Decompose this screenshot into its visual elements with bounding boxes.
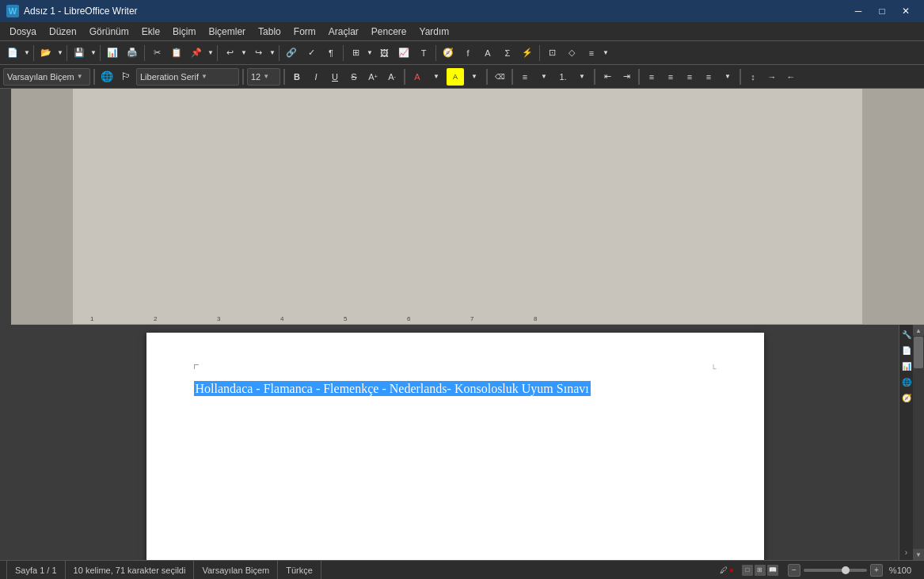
- font-size-dropdown[interactable]: 12 ▼: [247, 68, 280, 86]
- flag-icon[interactable]: 🏳: [117, 68, 135, 86]
- menu-araclar[interactable]: Araçlar: [322, 23, 365, 40]
- document-canvas[interactable]: └ Hollandaca - Flamanca - Flemenkçe - Ne…: [11, 325, 899, 560]
- zoom-out-button[interactable]: −: [788, 564, 800, 577]
- scroll-down-button[interactable]: ▼: [913, 549, 924, 560]
- open-dropdown[interactable]: ▼: [56, 44, 64, 63]
- save-button[interactable]: 💾: [70, 44, 89, 63]
- pilcrow-button[interactable]: ¶: [321, 44, 340, 63]
- close-button[interactable]: ✕: [894, 0, 918, 22]
- font-color-dropdown[interactable]: ▼: [428, 68, 445, 86]
- chart-button[interactable]: 📈: [394, 44, 413, 63]
- fontwork-button[interactable]: A: [478, 44, 497, 63]
- sidebar-doc-icon[interactable]: 📄: [900, 344, 913, 356]
- menu-gorunum[interactable]: Görünüm: [83, 23, 135, 40]
- numbering-dropdown[interactable]: ▼: [573, 68, 591, 86]
- menu-pencere[interactable]: Pencere: [365, 23, 413, 40]
- new-dropdown[interactable]: ▼: [23, 44, 31, 63]
- undo-dropdown[interactable]: ▼: [240, 44, 248, 63]
- save-dropdown[interactable]: ▼: [89, 44, 97, 63]
- sidebar-expand-icon[interactable]: ›: [905, 548, 907, 557]
- superscript-button[interactable]: A+: [364, 68, 382, 86]
- align-dropdown[interactable]: ▼: [719, 68, 736, 86]
- view-book[interactable]: 📖: [767, 565, 778, 576]
- maximize-button[interactable]: □: [870, 0, 894, 22]
- numbering-button[interactable]: 1.: [554, 68, 572, 86]
- fields-button[interactable]: f: [458, 44, 477, 63]
- line-spacing-button[interactable]: ↕: [744, 68, 762, 86]
- textbox-button[interactable]: T: [414, 44, 433, 63]
- bullets-button[interactable]: ≡: [516, 68, 534, 86]
- open-button[interactable]: 📂: [36, 44, 55, 63]
- clear-format-button[interactable]: ⌫: [491, 68, 508, 86]
- outdent-button[interactable]: ⇤: [599, 68, 616, 86]
- view-multipage[interactable]: ⊞: [755, 565, 766, 576]
- strikethrough-button[interactable]: S: [345, 68, 363, 86]
- menu-duzen[interactable]: Düzen: [43, 23, 83, 40]
- menu-form[interactable]: Form: [287, 23, 322, 40]
- highlight-dropdown[interactable]: ▼: [466, 68, 483, 86]
- document-paragraph[interactable]: Hollandaca - Flamanca - Flemenkçe - Nede…: [194, 380, 717, 398]
- sidebar-globe-icon[interactable]: 🌐: [900, 375, 913, 388]
- menu-yardim[interactable]: Yardım: [413, 23, 456, 40]
- font-name-dropdown[interactable]: Liberation Serif ▼: [136, 68, 239, 86]
- menu-bicim[interactable]: Biçim: [166, 23, 202, 40]
- sidebar-compass-icon[interactable]: 🧭: [900, 391, 913, 404]
- align-left-button[interactable]: ≡: [643, 68, 660, 86]
- controls-button[interactable]: ⊡: [542, 44, 561, 63]
- globe-icon[interactable]: 🌐: [98, 68, 116, 86]
- zoom-slider[interactable]: [804, 569, 867, 572]
- highlight-button[interactable]: A: [447, 68, 464, 86]
- status-language[interactable]: Türkçe: [278, 561, 321, 579]
- align-center-button[interactable]: ≡: [662, 68, 679, 86]
- status-style[interactable]: Varsayılan Biçem: [194, 561, 278, 579]
- zoom-thumb[interactable]: [842, 566, 850, 574]
- status-page-info[interactable]: Sayfa 1 / 1: [6, 561, 66, 579]
- bullets-dropdown[interactable]: ▼: [535, 68, 553, 86]
- font-color-button[interactable]: A: [409, 68, 426, 86]
- italic-button[interactable]: I: [307, 68, 325, 86]
- new-button[interactable]: 📄: [3, 44, 22, 63]
- menu-dosya[interactable]: Dosya: [3, 23, 43, 40]
- togglebars-button[interactable]: ≡: [582, 44, 601, 63]
- table-dropdown[interactable]: ▼: [366, 44, 374, 63]
- scroll-thumb[interactable]: [914, 337, 923, 368]
- vertical-scrollbar[interactable]: ▲ ▼: [913, 325, 924, 560]
- increase-indent-button[interactable]: →: [763, 68, 781, 86]
- selected-text[interactable]: Hollandaca - Flamanca - Flemenkçe - Nede…: [194, 381, 591, 396]
- hyperlink-button[interactable]: 🔗: [282, 44, 301, 63]
- cut-button[interactable]: ✂: [147, 44, 166, 63]
- scroll-track[interactable]: [913, 336, 924, 549]
- print-button[interactable]: 🖨️: [123, 44, 142, 63]
- navigator-button[interactable]: 🧭: [439, 44, 458, 63]
- subscript-button[interactable]: A-: [383, 68, 401, 86]
- menu-ekle[interactable]: Ekle: [135, 23, 166, 40]
- document-page[interactable]: └ Hollandaca - Flamanca - Flemenkçe - Ne…: [146, 333, 764, 560]
- align-right-button[interactable]: ≡: [681, 68, 698, 86]
- scroll-up-button[interactable]: ▲: [913, 325, 924, 336]
- underline-button[interactable]: U: [326, 68, 344, 86]
- macro-button[interactable]: ⚡: [518, 44, 537, 63]
- formula-button[interactable]: Σ: [498, 44, 517, 63]
- sidebar-chart-icon[interactable]: 📊: [900, 360, 913, 372]
- paragraph-style-dropdown[interactable]: Varsayılan Biçem ▼: [3, 68, 90, 86]
- redo-dropdown[interactable]: ▼: [268, 44, 276, 63]
- minimize-button[interactable]: ─: [846, 0, 870, 22]
- view-single-page[interactable]: □: [742, 565, 753, 576]
- pdf-button[interactable]: 📊: [103, 44, 122, 63]
- image-button[interactable]: 🖼: [375, 44, 394, 63]
- paste-button[interactable]: 📌: [187, 44, 206, 63]
- spellcheck-button[interactable]: ✓: [302, 44, 321, 63]
- redo-button[interactable]: ↪: [249, 44, 268, 63]
- status-word-count[interactable]: 10 kelime, 71 karakter seçildi: [66, 561, 195, 579]
- justify-button[interactable]: ≡: [700, 68, 717, 86]
- sidebar-wrench-icon[interactable]: 🔧: [900, 328, 913, 341]
- menu-bicemler[interactable]: Biçemler: [202, 23, 252, 40]
- zoom-in-button[interactable]: +: [870, 564, 883, 577]
- undo-button[interactable]: ↩: [220, 44, 239, 63]
- basicmacro-button[interactable]: ◇: [562, 44, 581, 63]
- copy-button[interactable]: 📋: [167, 44, 186, 63]
- paste-dropdown[interactable]: ▼: [207, 44, 215, 63]
- zoom-level[interactable]: %100: [889, 566, 911, 575]
- bold-button[interactable]: B: [288, 68, 306, 86]
- indent-button[interactable]: ⇥: [618, 68, 635, 86]
